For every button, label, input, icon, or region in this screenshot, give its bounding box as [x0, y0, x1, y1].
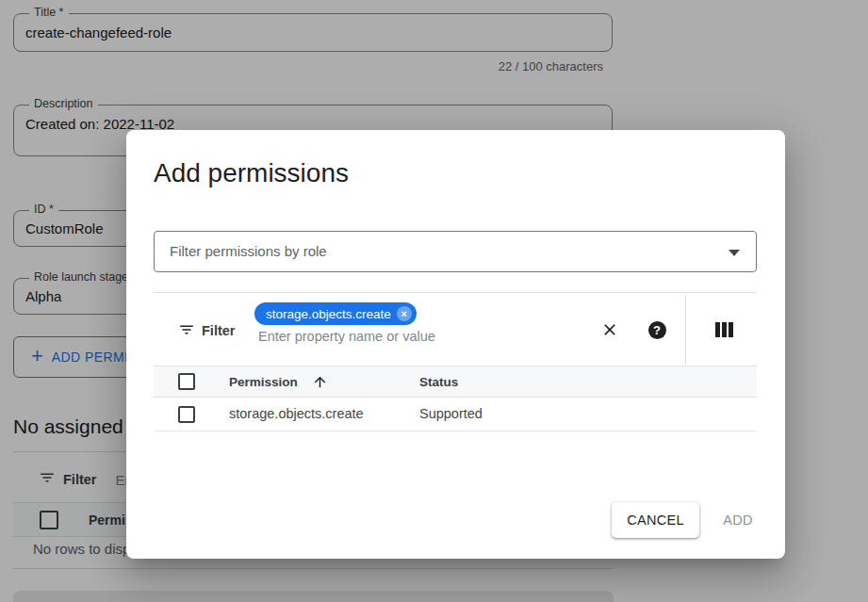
filter-input[interactable]: [258, 329, 541, 344]
row-checkbox[interactable]: [178, 406, 195, 423]
sort-ascending-icon[interactable]: [312, 374, 328, 394]
help-icon[interactable]: ?: [647, 320, 666, 339]
filter-list-icon: [178, 321, 195, 342]
permission-table-row[interactable]: storage.objects.create Supported: [154, 398, 757, 431]
cancel-button[interactable]: CANCEL: [612, 502, 699, 538]
create-role-page: Title * 22 / 100 characters Description …: [0, 0, 868, 602]
select-all-checkbox[interactable]: [178, 373, 195, 390]
column-display-options-icon[interactable]: [715, 322, 733, 337]
status-column-header[interactable]: Status: [419, 375, 458, 389]
filter-permissions-by-role-select[interactable]: Filter permissions by role: [154, 231, 757, 272]
filter-label: Filter: [202, 323, 235, 338]
role-select-placeholder: Filter permissions by role: [170, 243, 327, 259]
permission-column-header[interactable]: Permission: [229, 375, 298, 389]
permissions-filter-toolbar: Filter storage.objects.create × ?: [154, 292, 757, 366]
dialog-title: Add permissions: [154, 158, 349, 188]
permission-cell: storage.objects.create: [229, 406, 364, 421]
clear-filters-button[interactable]: [600, 320, 619, 339]
add-permissions-dialog: Add permissions Filter permissions by ro…: [126, 130, 785, 559]
filter-chip-label: storage.objects.create: [266, 307, 391, 321]
add-button[interactable]: ADD: [711, 502, 765, 538]
toolbar-divider: [685, 295, 686, 365]
filter-chip[interactable]: storage.objects.create ×: [254, 302, 417, 325]
status-cell: Supported: [419, 406, 483, 421]
chip-remove-icon[interactable]: ×: [397, 306, 412, 321]
chevron-down-icon: [729, 250, 740, 256]
permissions-table: Filter storage.objects.create × ?: [154, 292, 757, 431]
permissions-table-header-row: Permission Status: [154, 366, 757, 398]
